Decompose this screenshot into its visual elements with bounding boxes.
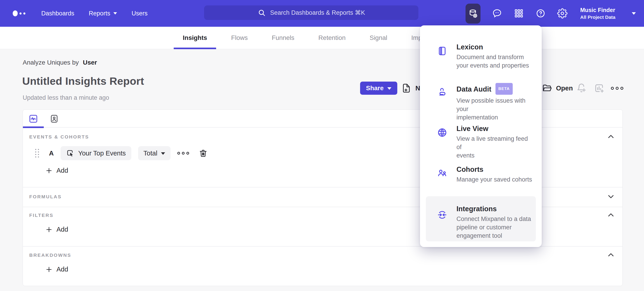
pulse-chart-icon	[28, 114, 38, 124]
menu-item-desc: Document and transform your events and p…	[456, 53, 534, 70]
analyze-entity-selector[interactable]: User	[83, 59, 97, 66]
event-click-icon	[66, 149, 74, 158]
ellipsis-icon	[611, 87, 623, 90]
tab-insights[interactable]: Insights	[182, 27, 208, 49]
nav-item-dashboards[interactable]: Dashboards	[41, 10, 74, 17]
tab-metrics-view[interactable]	[23, 110, 44, 128]
trash-icon[interactable]	[199, 149, 208, 158]
open-label: Open	[556, 84, 573, 92]
chevron-down-icon	[387, 87, 392, 90]
logo-dot-large	[13, 10, 18, 16]
event-row-a: A Your Top Events Total	[29, 146, 208, 160]
nav-item-label: Dashboards	[41, 10, 74, 17]
tab-funnels[interactable]: Funnels	[270, 27, 296, 49]
chevron-up-icon[interactable]	[607, 133, 615, 141]
menu-item-desc: Connect Mixpanel to a data pipeline or c…	[456, 215, 534, 240]
help-icon[interactable]	[536, 8, 546, 18]
apps-grid-icon[interactable]	[514, 8, 524, 18]
filters-header: FILTERS	[29, 213, 54, 218]
event-name: Your Top Events	[78, 150, 126, 157]
chevron-down-icon	[114, 12, 117, 14]
cohorts-people-icon	[437, 168, 448, 179]
data-management-button[interactable]	[466, 4, 480, 23]
plus-icon	[46, 226, 52, 233]
tab-profiles-view[interactable]	[44, 110, 65, 128]
feedback-bubble-icon[interactable]	[492, 8, 502, 18]
settings-gear-icon[interactable]	[557, 8, 568, 18]
plus-icon	[46, 167, 52, 174]
plus-icon	[46, 266, 52, 273]
chevron-up-icon[interactable]	[607, 211, 615, 219]
add-event-button[interactable]: Add	[46, 167, 68, 174]
tab-retention[interactable]: Retention	[317, 27, 347, 49]
menu-item-live-view[interactable]: Live View View a live streaming feed of …	[426, 121, 536, 161]
logo-dot-small	[23, 12, 26, 14]
database-gear-icon	[468, 8, 478, 19]
chevron-down-icon[interactable]	[632, 12, 636, 15]
event-row-letter: A	[49, 150, 54, 157]
menu-item-desc: View possible issues with your implement…	[456, 97, 534, 122]
more-options-button[interactable]	[611, 82, 623, 95]
nav-right-cluster: Music Finder All Project Data	[466, 0, 636, 27]
project-name: Music Finder	[580, 6, 616, 13]
event-selector[interactable]: Your Top Events	[60, 146, 131, 160]
bell-plus-icon	[576, 83, 587, 94]
tab-label: Insights	[183, 34, 207, 41]
nav-item-reports[interactable]: Reports	[89, 10, 117, 17]
search-input[interactable]: Search Dashboards & Reports ⌘K	[204, 5, 418, 20]
tab-label: Signal	[370, 34, 387, 41]
menu-item-desc: View a live streaming feed of events	[456, 135, 534, 160]
menu-item-title: Cohorts	[456, 165, 484, 174]
mixpanel-logo[interactable]	[13, 10, 26, 16]
add-label: Add	[56, 266, 68, 273]
updated-timestamp: Updated less than a minute ago	[23, 94, 109, 101]
data-management-dropdown: Lexicon Document and transform your even…	[420, 25, 542, 247]
open-report-button[interactable]: Open	[542, 82, 573, 95]
project-scope: All Project Data	[580, 14, 616, 20]
tab-flows[interactable]: Flows	[230, 27, 249, 49]
menu-item-title: Live View	[456, 124, 488, 133]
nav-item-label: Reports	[89, 10, 110, 17]
events-cohorts-header: EVENTS & COHORTS	[29, 134, 89, 140]
menu-item-data-audit[interactable]: Data Audit BETA View possible issues wit…	[426, 81, 536, 121]
drag-handle-icon[interactable]	[35, 149, 39, 158]
logo-dot-small	[20, 12, 22, 14]
search-icon	[257, 8, 266, 17]
chevron-up-icon[interactable]	[607, 251, 615, 259]
menu-item-lexicon[interactable]: Lexicon Document and transform your even…	[426, 40, 536, 80]
analyze-by-row: Analyze Uniques by User	[23, 59, 97, 66]
folder-open-icon	[542, 83, 552, 94]
tab-label: Funnels	[272, 34, 294, 41]
file-plus-icon	[401, 83, 412, 94]
nav-item-users[interactable]: Users	[132, 10, 148, 17]
aggregation-selector[interactable]: Total	[138, 146, 170, 160]
share-button[interactable]: Share	[360, 82, 397, 95]
event-row-more-button[interactable]	[177, 152, 189, 155]
chart-plus-icon	[594, 83, 604, 94]
report-tabbar: Insights Flows Funnels Retention Signal …	[0, 27, 644, 49]
chevron-down-icon[interactable]	[607, 193, 615, 200]
beta-badge: BETA	[496, 83, 513, 95]
menu-item-title: Data Audit	[456, 85, 492, 94]
profile-card-icon	[49, 114, 59, 124]
chevron-down-icon	[161, 152, 165, 155]
tab-label: Retention	[318, 34, 346, 41]
tab-label: Flows	[231, 34, 248, 41]
project-selector[interactable]: Music Finder All Project Data	[580, 6, 616, 20]
tab-signal[interactable]: Signal	[368, 27, 389, 49]
add-filter-button[interactable]: Add	[46, 226, 68, 233]
menu-item-desc: Manage your saved cohorts	[456, 175, 534, 184]
report-toolbar: Share New Open	[0, 82, 644, 95]
menu-item-integrations[interactable]: Integrations Connect Mixpanel to a data …	[426, 196, 536, 241]
formulas-header: FORMULAS	[29, 194, 62, 199]
data-audit-lock-icon	[437, 86, 448, 97]
menu-item-title: Lexicon	[456, 43, 483, 52]
create-alert-button[interactable]	[576, 82, 587, 95]
add-label: Add	[56, 167, 68, 174]
menu-item-cohorts[interactable]: Cohorts Manage your saved cohorts	[426, 162, 536, 196]
add-label: Add	[56, 226, 68, 233]
analyze-label: Analyze Uniques by	[23, 59, 79, 66]
add-to-board-button[interactable]	[594, 82, 604, 95]
live-view-globe-icon	[437, 127, 448, 138]
add-breakdown-button[interactable]: Add	[46, 266, 68, 273]
